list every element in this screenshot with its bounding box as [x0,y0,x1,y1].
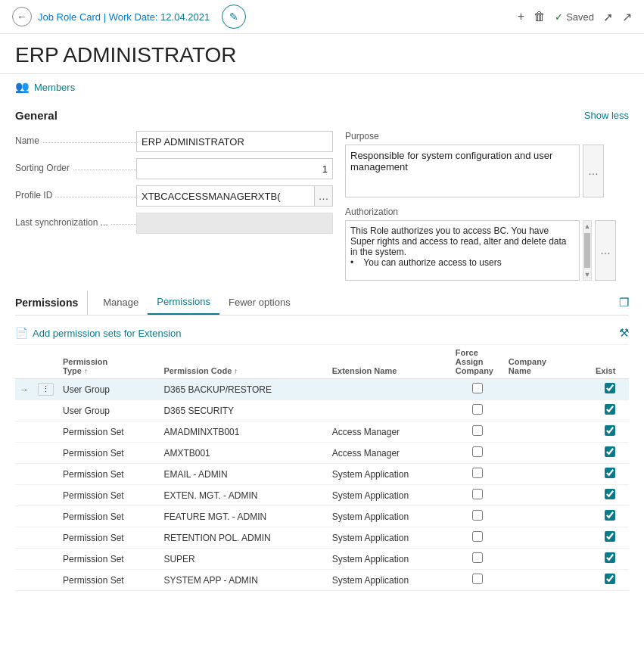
add-button[interactable]: + [518,10,524,23]
expand-button[interactable]: ↗ [622,10,632,24]
force-assign-checkbox[interactable] [472,531,483,542]
row-code-cell: D365 SECURITY [159,400,327,421]
row-ext-name-cell [328,400,451,421]
force-assign-checkbox[interactable] [472,468,483,478]
exist-checkbox[interactable] [605,383,615,393]
tab-manage[interactable]: Manage [94,291,148,314]
tab-permissions[interactable]: Permissions [148,290,219,315]
force-assign-checkbox[interactable] [472,552,483,563]
purpose-ellipsis-button[interactable]: … [583,145,604,197]
sync-label: Last synchronization ... [15,213,136,228]
row-force-assign-cell[interactable] [451,464,504,485]
row-arrow-cell: → [15,379,33,400]
row-exist-cell[interactable] [591,527,629,549]
col-force-assign-header: ForceAssignCompany [451,345,504,379]
sorting-label: Sorting Order [15,158,136,173]
profile-label: Profile ID [15,185,136,201]
name-input[interactable] [136,131,333,152]
row-dots-cell [33,485,58,506]
row-exist-cell[interactable] [591,549,629,570]
members-bar[interactable]: 👥 Members [0,74,644,100]
exist-checkbox[interactable] [605,531,615,542]
row-force-assign-cell[interactable] [451,400,504,421]
row-exist-cell[interactable] [591,485,629,506]
exist-checkbox[interactable] [605,510,615,521]
table-header-row: PermissionType ↑ Permission Code ↑ Exten… [15,345,629,379]
row-exist-cell[interactable] [591,400,629,421]
row-ext-name-cell: System Application [328,485,451,506]
purpose-textarea[interactable]: Responsible for system configuration and… [345,145,580,197]
force-assign-checkbox[interactable] [472,404,483,415]
table-row: Permission Set SYSTEM APP - ADMIN System… [15,570,629,591]
row-exist-cell[interactable] [591,379,629,400]
exist-checkbox[interactable] [605,552,615,563]
force-assign-checkbox[interactable] [472,383,483,393]
row-exist-cell[interactable] [591,464,629,485]
name-label: Name [15,131,136,146]
purpose-field: Purpose Responsible for system configura… [345,131,629,197]
col-company-name-header: CompanyName [504,345,591,379]
force-assign-checkbox[interactable] [472,446,483,457]
row-arrow-cell [15,506,33,527]
exist-checkbox[interactable] [605,489,615,499]
permissions-settings-icon[interactable]: ⚒ [619,326,629,340]
row-force-assign-cell[interactable] [451,421,504,443]
table-row: Permission Set SUPER System Application [15,549,629,570]
row-arrow-cell [15,485,33,506]
force-assign-checkbox[interactable] [472,574,483,584]
page-title: ERP ADMINISTRATOR [0,34,644,74]
scroll-up-button[interactable]: ▲ [583,221,593,232]
exist-checkbox[interactable] [605,446,615,457]
row-exist-cell[interactable] [591,421,629,443]
row-exist-cell[interactable] [591,443,629,464]
open-external-button[interactable]: ➚ [603,10,613,24]
row-force-assign-cell[interactable] [451,549,504,570]
row-company-name-cell [504,506,591,527]
row-force-assign-cell[interactable] [451,527,504,549]
row-force-assign-cell[interactable] [451,443,504,464]
row-dots-cell [33,400,58,421]
exist-checkbox[interactable] [605,404,615,415]
sorting-input[interactable] [136,158,333,179]
force-assign-checkbox[interactable] [472,510,483,521]
row-exist-cell[interactable] [591,506,629,527]
row-ext-name-cell: System Application [328,527,451,549]
row-dots-cell[interactable]: ⋮ [33,379,58,400]
show-less-button[interactable]: Show less [584,110,629,121]
row-force-assign-cell[interactable] [451,506,504,527]
exist-checkbox[interactable] [605,425,615,436]
row-type-cell: User Group [58,400,159,421]
table-row: Permission Set EXTEN. MGT. - ADMIN Syste… [15,485,629,506]
row-arrow-cell [15,400,33,421]
table-row: Permission Set EMAIL - ADMIN System Appl… [15,464,629,485]
table-row: Permission Set RETENTION POL. ADMIN Syst… [15,527,629,549]
row-force-assign-cell[interactable] [451,379,504,400]
force-assign-checkbox[interactable] [472,425,483,436]
edit-button[interactable]: ✎ [222,5,246,29]
delete-button[interactable]: 🗑 [534,10,546,23]
row-force-assign-cell[interactable] [451,485,504,506]
row-dots-button[interactable]: ⋮ [38,383,54,396]
permissions-section-label: Permissions [15,291,88,315]
scroll-down-button[interactable]: ▼ [583,269,593,280]
row-force-assign-cell[interactable] [451,570,504,591]
row-company-name-cell [504,549,591,570]
row-type-cell: User Group [58,379,159,400]
sorting-field-row: Sorting Order [15,158,333,179]
sort-type-icon: ↑ [84,367,88,375]
profile-input[interactable] [136,185,315,207]
exist-checkbox[interactable] [605,574,615,584]
force-assign-checkbox[interactable] [472,489,483,499]
back-button[interactable]: ← [12,7,32,26]
exist-checkbox[interactable] [605,468,615,478]
row-exist-cell[interactable] [591,570,629,591]
permissions-external-icon[interactable]: ❐ [619,296,629,309]
authorization-textarea[interactable]: This Role authorizes you to access BC. Y… [345,220,580,281]
tab-fewer-options[interactable]: Fewer options [219,291,300,314]
profile-ellipsis-button[interactable]: … [315,185,333,207]
row-code-cell: AMADMINXTB001 [159,421,327,443]
authorization-ellipsis-button[interactable]: … [595,220,616,281]
table-row: User Group D365 SECURITY [15,400,629,421]
add-permission-button[interactable]: 📄 Add permission sets for Extension [15,327,182,339]
row-company-name-cell [504,400,591,421]
